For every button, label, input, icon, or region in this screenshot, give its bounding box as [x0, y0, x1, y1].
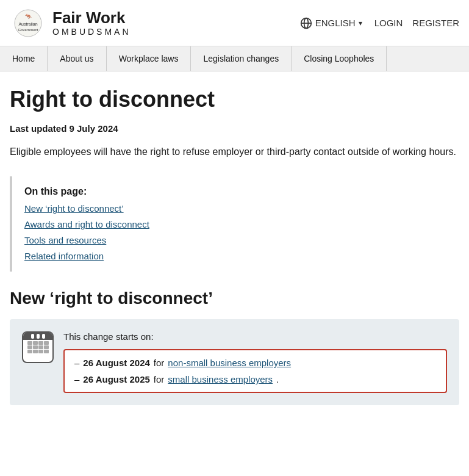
- list-item: Tools and resources: [24, 235, 447, 246]
- on-this-page-box: On this page: New ‘right to disconnect’ …: [10, 176, 459, 272]
- logo-ombudsman: OMBUDSMAN: [52, 27, 131, 37]
- chevron-down-icon: ▾: [359, 19, 362, 27]
- date-row-1: – 26 August 2024 for non-small business …: [74, 358, 436, 368]
- info-box: This change starts on: – 26 August 2024 …: [10, 319, 459, 405]
- link-tools[interactable]: Tools and resources: [24, 235, 106, 245]
- nav-item-about[interactable]: About us: [48, 46, 106, 71]
- date-1-for: for: [154, 358, 165, 368]
- list-item: Related information: [24, 251, 447, 262]
- header: 🦘 Australian Government Fair Work OMBUDS…: [0, 0, 469, 46]
- on-this-page-links: New ‘right to disconnect’ Awards and rig…: [24, 203, 447, 262]
- date-1-bold: 26 August 2024: [83, 358, 150, 368]
- government-crest-icon: 🦘 Australian Government: [10, 6, 46, 40]
- link-awards[interactable]: Awards and right to disconnect: [24, 219, 149, 229]
- small-business-link[interactable]: small business employers: [168, 374, 273, 384]
- nav-item-loopholes[interactable]: Closing Loopholes: [292, 46, 387, 71]
- auth-links: LOGIN REGISTER: [374, 18, 459, 28]
- page-title: Right to disconnect: [10, 86, 459, 112]
- header-logo-group: 🦘 Australian Government Fair Work OMBUDS…: [10, 6, 131, 40]
- link-related[interactable]: Related information: [24, 251, 104, 261]
- svg-text:Australian: Australian: [18, 22, 37, 26]
- date-2-bold: 26 August 2025: [83, 374, 150, 384]
- link-new-right[interactable]: New ‘right to disconnect’: [24, 203, 124, 214]
- main-nav: Home About us Workplace laws Legislation…: [0, 46, 469, 71]
- register-link[interactable]: REGISTER: [412, 18, 459, 28]
- calendar-icon: [22, 331, 54, 363]
- logo-fair-work: Fair Work: [52, 9, 131, 27]
- nav-item-legislation[interactable]: Legislation changes: [191, 46, 292, 71]
- list-item: New ‘right to disconnect’: [24, 203, 447, 214]
- dash-1: –: [74, 358, 79, 368]
- main-content: Right to disconnect Last updated 9 July …: [0, 71, 469, 420]
- list-item: Awards and right to disconnect: [24, 219, 447, 230]
- nav-item-workplace[interactable]: Workplace laws: [107, 46, 192, 71]
- svg-text:🦘: 🦘: [25, 13, 32, 20]
- on-this-page-heading: On this page:: [24, 186, 447, 197]
- dates-box: – 26 August 2024 for non-small business …: [63, 349, 447, 393]
- svg-text:Government: Government: [18, 28, 38, 32]
- intro-text: Eligible employees will have the right t…: [10, 145, 459, 159]
- date-2-suffix: .: [276, 374, 279, 384]
- date-row-2: – 26 August 2025 for small business empl…: [74, 374, 436, 384]
- language-selector[interactable]: ENGLISH ▾: [300, 17, 362, 29]
- change-starts-label: This change starts on:: [63, 331, 447, 342]
- nav-item-home[interactable]: Home: [0, 46, 48, 71]
- header-actions: ENGLISH ▾ LOGIN REGISTER: [300, 17, 459, 29]
- logo-text: Fair Work OMBUDSMAN: [52, 9, 131, 37]
- date-2-for: for: [154, 374, 165, 384]
- dash-2: –: [74, 374, 79, 384]
- non-small-business-link[interactable]: non-small business employers: [168, 358, 291, 368]
- login-link[interactable]: LOGIN: [374, 18, 403, 28]
- language-label: ENGLISH: [315, 18, 356, 28]
- last-updated: Last updated 9 July 2024: [10, 123, 459, 134]
- section-new-right-title: New ‘right to disconnect’: [10, 289, 459, 308]
- globe-icon: [300, 17, 312, 29]
- info-box-content: This change starts on: – 26 August 2024 …: [63, 331, 447, 393]
